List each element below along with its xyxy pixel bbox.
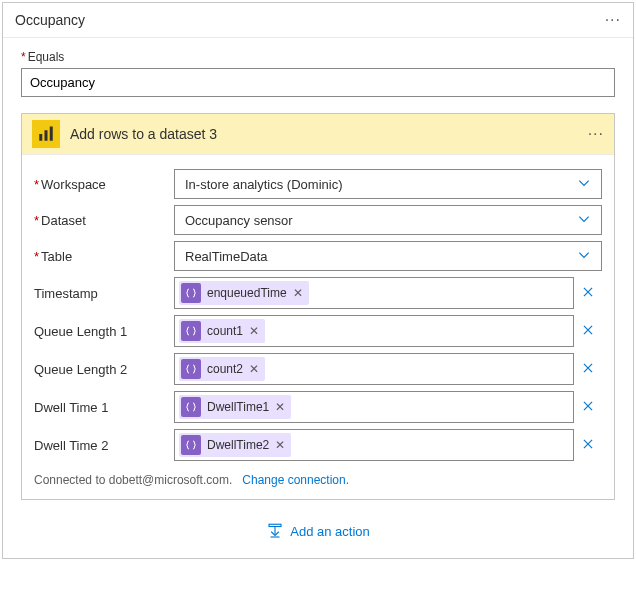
svg-rect-0 bbox=[39, 134, 42, 141]
clear-queue1-button[interactable] bbox=[574, 323, 602, 340]
token-remove-icon[interactable]: ✕ bbox=[275, 438, 285, 452]
dynamic-content-icon bbox=[181, 321, 201, 341]
chevron-down-icon bbox=[573, 176, 595, 193]
more-icon[interactable]: ··· bbox=[605, 11, 621, 29]
queue1-label: Queue Length 1 bbox=[34, 324, 174, 339]
add-action-label: Add an action bbox=[290, 524, 370, 539]
token-text: DwellTime1 bbox=[207, 400, 269, 414]
dataset-value: Occupancy sensor bbox=[185, 213, 293, 228]
token-text: DwellTime2 bbox=[207, 438, 269, 452]
token-remove-icon[interactable]: ✕ bbox=[275, 400, 285, 414]
dwell2-label: Dwell Time 2 bbox=[34, 438, 174, 453]
timestamp-label: Timestamp bbox=[34, 286, 174, 301]
queue1-token[interactable]: count1 ✕ bbox=[179, 319, 265, 343]
powerbi-icon bbox=[32, 120, 60, 148]
dwell1-token[interactable]: DwellTime1 ✕ bbox=[179, 395, 291, 419]
chevron-down-icon bbox=[573, 248, 595, 265]
timestamp-input[interactable]: enqueuedTime ✕ bbox=[174, 277, 574, 309]
table-value: RealTimeData bbox=[185, 249, 268, 264]
token-text: enqueuedTime bbox=[207, 286, 287, 300]
dwell2-token[interactable]: DwellTime2 ✕ bbox=[179, 433, 291, 457]
table-label: Table bbox=[34, 249, 174, 264]
equals-label: Equals bbox=[21, 50, 615, 64]
chevron-down-icon bbox=[573, 212, 595, 229]
queue2-token[interactable]: count2 ✕ bbox=[179, 357, 265, 381]
card-title: Occupancy bbox=[15, 12, 85, 28]
queue2-label: Queue Length 2 bbox=[34, 362, 174, 377]
change-connection-link[interactable]: Change connection. bbox=[242, 473, 349, 487]
token-remove-icon[interactable]: ✕ bbox=[249, 324, 259, 338]
connection-info: Connected to dobett@microsoft.com. Chang… bbox=[34, 473, 602, 487]
action-body: Workspace In-store analytics (Dominic) D… bbox=[22, 155, 614, 499]
card-header: Occupancy ··· bbox=[3, 3, 633, 38]
equals-input[interactable] bbox=[21, 68, 615, 97]
add-action-icon bbox=[266, 522, 284, 540]
workspace-label: Workspace bbox=[34, 177, 174, 192]
token-text: count2 bbox=[207, 362, 243, 376]
dwell1-label: Dwell Time 1 bbox=[34, 400, 174, 415]
connection-text: Connected to dobett@microsoft.com. bbox=[34, 473, 232, 487]
queue1-input[interactable]: count1 ✕ bbox=[174, 315, 574, 347]
clear-timestamp-button[interactable] bbox=[574, 285, 602, 302]
token-remove-icon[interactable]: ✕ bbox=[249, 362, 259, 376]
svg-rect-3 bbox=[269, 524, 281, 526]
clear-dwell2-button[interactable] bbox=[574, 437, 602, 454]
add-action-button[interactable]: Add an action bbox=[21, 522, 615, 540]
dynamic-content-icon bbox=[181, 397, 201, 417]
timestamp-token[interactable]: enqueuedTime ✕ bbox=[179, 281, 309, 305]
token-remove-icon[interactable]: ✕ bbox=[293, 286, 303, 300]
svg-rect-2 bbox=[50, 127, 53, 141]
clear-dwell1-button[interactable] bbox=[574, 399, 602, 416]
occupancy-card: Occupancy ··· Equals Add rows to a datas… bbox=[2, 2, 634, 559]
clear-queue2-button[interactable] bbox=[574, 361, 602, 378]
svg-rect-1 bbox=[45, 130, 48, 141]
dwell1-input[interactable]: DwellTime1 ✕ bbox=[174, 391, 574, 423]
workspace-value: In-store analytics (Dominic) bbox=[185, 177, 343, 192]
dynamic-content-icon bbox=[181, 283, 201, 303]
dwell2-input[interactable]: DwellTime2 ✕ bbox=[174, 429, 574, 461]
token-text: count1 bbox=[207, 324, 243, 338]
table-dropdown[interactable]: RealTimeData bbox=[174, 241, 602, 271]
queue2-input[interactable]: count2 ✕ bbox=[174, 353, 574, 385]
dynamic-content-icon bbox=[181, 435, 201, 455]
dynamic-content-icon bbox=[181, 359, 201, 379]
action-title: Add rows to a dataset 3 bbox=[70, 126, 588, 142]
action-header: Add rows to a dataset 3 ··· bbox=[22, 114, 614, 155]
workspace-dropdown[interactable]: In-store analytics (Dominic) bbox=[174, 169, 602, 199]
card-body: Equals Add rows to a dataset 3 ··· Works… bbox=[3, 38, 633, 558]
action-card: Add rows to a dataset 3 ··· Workspace In… bbox=[21, 113, 615, 500]
dataset-dropdown[interactable]: Occupancy sensor bbox=[174, 205, 602, 235]
dataset-label: Dataset bbox=[34, 213, 174, 228]
action-more-icon[interactable]: ··· bbox=[588, 125, 604, 143]
